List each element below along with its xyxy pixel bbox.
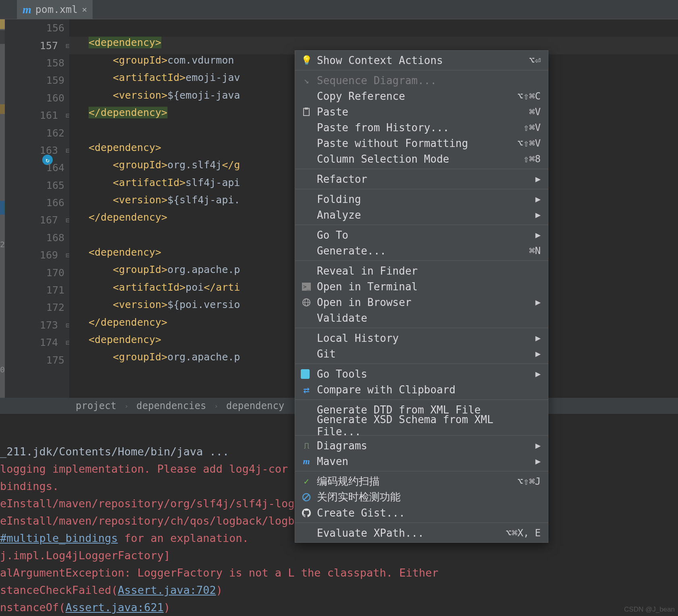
line-number[interactable]: 165: [5, 177, 69, 194]
menu-label: Reveal in Finder: [317, 265, 418, 277]
menu-label: Open in Browser: [317, 296, 411, 308]
menu-label: Show Context Actions: [317, 54, 443, 66]
menu-item[interactable]: Create Gist...: [295, 505, 548, 521]
submenu-arrow-icon: ▶: [535, 174, 541, 184]
menu-item[interactable]: Refactor▶: [295, 171, 548, 187]
breadcrumb-item[interactable]: project: [76, 400, 116, 411]
menu-separator: [295, 260, 548, 261]
menu-label: Diagrams: [317, 440, 367, 452]
breadcrumb-item[interactable]: dependency: [226, 400, 285, 411]
menu-label: Local History: [317, 332, 399, 344]
line-number[interactable]: 163⊟: [5, 142, 69, 159]
line-number[interactable]: 174⊟: [5, 334, 69, 351]
line-number-gutter[interactable]: ↻ 156157⊟158159160161⊟162163⊟16416516616…: [5, 19, 69, 398]
menu-label: Column Selection Mode: [317, 153, 449, 165]
menu-separator: [295, 70, 548, 70]
menu-item[interactable]: Paste without Formatting⌥⇧⌘V: [295, 135, 548, 151]
gh-icon: [301, 507, 312, 519]
menu-item[interactable]: 💡Show Context Actions⌥⏎: [295, 52, 548, 68]
menu-separator: [295, 399, 548, 400]
line-number[interactable]: 159: [5, 72, 69, 89]
close-icon[interactable]: ×: [82, 4, 87, 14]
line-number[interactable]: 158: [5, 54, 69, 72]
line-number[interactable]: 164: [5, 159, 69, 176]
menu-item[interactable]: Git▶: [295, 346, 548, 362]
menu-label: Go Tools: [317, 368, 367, 380]
menu-shortcut: ⇧⌘V: [523, 122, 541, 133]
menu-label: 关闭实时检测功能: [317, 490, 401, 504]
menu-label: Paste from History...: [317, 122, 449, 134]
menu-item[interactable]: Reveal in Finder: [295, 263, 548, 279]
menu-label: Paste: [317, 106, 348, 118]
menu-label: Evaluate XPath...: [317, 527, 424, 539]
line-number[interactable]: 168: [5, 229, 69, 246]
line-number[interactable]: 162: [5, 124, 69, 141]
menu-separator: [295, 169, 548, 169]
breadcrumb-item[interactable]: dependencies: [136, 400, 206, 411]
menu-item[interactable]: Generate XSD Schema from XML File...: [295, 418, 548, 433]
menu-item[interactable]: Copy Reference⌥⇧⌘C: [295, 88, 548, 104]
menu-separator: [295, 523, 548, 523]
line-number[interactable]: 175: [5, 351, 69, 368]
menu-item[interactable]: Validate: [295, 310, 548, 326]
menu-item[interactable]: ✓编码规约扫描⌥⇧⌘J: [295, 473, 548, 489]
menu-item[interactable]: >_Open in Terminal: [295, 279, 548, 294]
menu-shortcut: ⌥⇧⌘C: [517, 91, 541, 102]
term-icon: >_: [301, 281, 312, 292]
line-number[interactable]: 173⊟: [5, 316, 69, 334]
tab-filename: pom.xml: [35, 4, 78, 15]
line-number[interactable]: 169⊟: [5, 246, 69, 264]
menu-item[interactable]: Local History▶: [295, 330, 548, 346]
arrow-icon: ↘: [301, 75, 312, 86]
menu-label: Git: [317, 348, 336, 360]
line-number[interactable]: 166: [5, 194, 69, 211]
menu-item[interactable]: ⇄Compare with Clipboard: [295, 382, 548, 397]
menu-label: Analyze: [317, 209, 361, 221]
line-number[interactable]: 157⊟: [5, 37, 69, 54]
menu-item[interactable]: Column Selection Mode⇧⌘8: [295, 151, 548, 167]
menu-item[interactable]: ⎍Diagrams▶: [295, 438, 548, 453]
menu-shortcut: ⌥⇧⌘V: [517, 138, 541, 149]
menu-label: Paste without Formatting: [317, 137, 468, 149]
menu-item: ↘Sequence Diagram...: [295, 72, 548, 88]
line-number[interactable]: 171: [5, 281, 69, 299]
menu-item[interactable]: Go Tools▶: [295, 366, 548, 382]
maven-icon: m: [301, 456, 312, 467]
submenu-arrow-icon: ▶: [535, 194, 541, 204]
menu-shortcut: ⌥⇧⌘J: [517, 476, 541, 487]
menu-item[interactable]: Go To▶: [295, 227, 548, 243]
menu-item[interactable]: Open in Browser▶: [295, 294, 548, 310]
submenu-arrow-icon: ▶: [535, 333, 541, 343]
menu-item[interactable]: Generate...⌘N: [295, 243, 548, 258]
menu-item[interactable]: Paste from History...⇧⌘V: [295, 120, 548, 135]
menu-label: Generate XSD Schema from XML File...: [317, 413, 541, 438]
menu-item[interactable]: mMaven▶: [295, 453, 548, 469]
file-tab-pom[interactable]: m pom.xml ×: [17, 0, 93, 19]
line-number[interactable]: 160: [5, 89, 69, 107]
menu-shortcut: ⌘N: [529, 245, 541, 256]
menu-separator: [295, 328, 548, 328]
svg-line-8: [304, 494, 309, 500]
menu-label: Maven: [317, 455, 348, 467]
menu-item[interactable]: Folding▶: [295, 191, 548, 207]
line-number[interactable]: 170: [5, 264, 69, 281]
svg-text:>_: >_: [303, 283, 310, 290]
menu-item[interactable]: Paste⌘V: [295, 104, 548, 120]
menu-label: Open in Terminal: [317, 281, 418, 293]
menu-item[interactable]: Analyze▶: [295, 207, 548, 223]
menu-separator: [295, 189, 548, 189]
line-number[interactable]: 167⊟: [5, 211, 69, 229]
menu-label: Go To: [317, 229, 348, 241]
console-line: stanceCheckFailed(Assert.java:702): [0, 581, 678, 599]
paste-icon: [301, 106, 312, 118]
menu-item[interactable]: Evaluate XPath...⌥⌘X, E: [295, 525, 548, 541]
chevron-right-icon: ›: [214, 402, 218, 410]
code-line[interactable]: [69, 19, 678, 37]
line-number[interactable]: 172: [5, 299, 69, 316]
menu-item[interactable]: 关闭实时检测功能: [295, 489, 548, 505]
menu-label: 编码规约扫描: [317, 474, 380, 488]
line-number[interactable]: 156: [5, 19, 69, 37]
menu-shortcut: ⌘V: [529, 106, 541, 118]
line-number[interactable]: 161⊟: [5, 107, 69, 124]
menu-shortcut: ⇧⌘8: [523, 153, 541, 165]
